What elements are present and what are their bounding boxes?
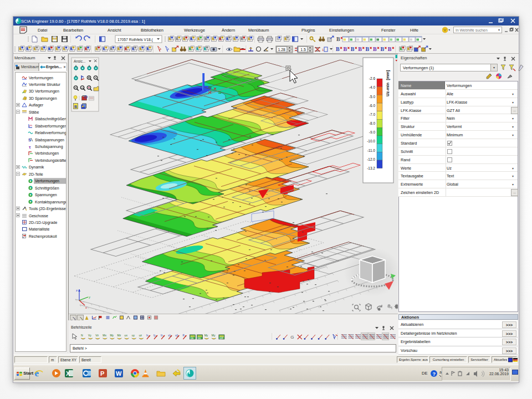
svg-text:My: My [212,334,216,337]
svg-text:Stabverformungen: Stabverformungen [35,124,66,129]
svg-text:y: y [89,295,90,299]
svg-text:-4.0: -4.0 [369,85,376,89]
svg-text:My: My [110,334,114,337]
svg-text:X: X [66,370,70,377]
svg-text:fy: fy [154,334,156,337]
svg-text:1: 1 [322,48,324,52]
svg-text:uy: uy [132,334,135,337]
svg-text:Spannungen: Spannungen [35,193,57,197]
svg-text:-8.0: -8.0 [369,121,376,125]
svg-text:Auflager: Auflager [29,103,44,108]
svg-text:1.5: 1.5 [300,48,306,52]
svg-text:2D-/1D-Upgrade: 2D-/1D-Upgrade [29,221,57,225]
svg-text:-11.0: -11.0 [367,149,376,152]
svg-text:-13.2: -13.2 [367,166,375,170]
svg-text:Gk: Gk [198,337,202,340]
svg-text:B: B [373,46,377,52]
svg-text:B: B [74,105,77,109]
svg-text:G: G [290,335,294,340]
svg-text:Verformte Struktur: Verformte Struktur [29,83,60,86]
svg-text:1.28: 1.28 [278,48,285,52]
svg-text:Gk: Gk [191,337,195,340]
svg-text:B: B [336,46,340,52]
svg-text:Verformungen: Verformungen [29,76,53,80]
svg-text:B: B [336,36,340,42]
svg-text:Kontaktspannungen: Kontaktspannungen [35,200,66,204]
svg-text:Stabschnittgrößen: Stabschnittgrößen [35,117,66,121]
svg-text:Verformungen: Verformungen [35,179,59,183]
svg-text:3D Spannungen: 3D Spannungen [29,96,57,101]
svg-text:B: B [351,46,355,52]
svg-text:-6.0: -6.0 [369,104,376,108]
svg-text:B: B [388,46,392,52]
svg-text:2D-Teile: 2D-Teile [29,172,43,176]
svg-text:?: ? [433,371,436,377]
svg-text:Schnittgrößen: Schnittgrößen [35,186,59,191]
svg-text:3D Verformungen: 3D Verformungen [29,89,59,94]
svg-text:s2: s2 [175,334,178,337]
svg-text:Rechenprotokoll: Rechenprotokoll [29,234,57,239]
svg-text:GlF: GlF [219,337,224,340]
svg-text:17057 Rothfels V18.(: 17057 Rothfels V18.( [117,38,154,42]
svg-text:Geschosse: Geschosse [29,214,48,218]
svg-text:W: W [116,370,122,377]
svg-text:-5.0: -5.0 [369,95,376,99]
svg-text:-9.0: -9.0 [369,130,376,134]
svg-text:Dynamik: Dynamik [29,165,44,170]
svg-text:Tools (2D-Ergebnisse): Tools (2D-Ergebnisse) [29,207,66,211]
svg-text:s1: s1 [168,334,171,337]
svg-text:Vy: Vy [88,334,91,337]
svg-text:τ: τ [29,145,31,150]
svg-text:Vz: Vz [95,334,99,337]
svg-text:B: B [343,46,347,52]
svg-text:z: z [76,289,78,292]
svg-text:My: My [204,334,208,337]
svg-text:Mx: Mx [103,334,106,337]
svg-text:B: B [358,46,362,52]
svg-text:Schubspannung: Schubspannung [35,145,63,149]
svg-text:B: B [380,46,384,52]
svg-text:Stabspannungen: Stabspannungen [35,138,64,142]
svg-text:Mz: Mz [117,334,121,337]
svg-text:R: R [182,334,185,337]
svg-text:x: x [85,306,87,309]
svg-text:fx: fx [146,334,149,337]
svg-text:Materialliste: Materialliste [29,227,49,231]
svg-text:-7.0: -7.0 [369,112,376,116]
svg-text:fz: fz [161,334,163,337]
svg-text:Ansic...: Ansic... [74,59,86,63]
svg-text:-10.0: -10.0 [367,139,375,143]
svg-text:Verbindungen: Verbindungen [35,151,59,156]
svg-text:N: N [81,334,83,337]
svg-text:Uz-min [mm]: Uz-min [mm] [385,70,390,96]
svg-text:Verbindungskräfte: Verbindungskräfte [35,158,66,163]
svg-text:Stäbe: Stäbe [29,110,39,114]
svg-text:-2.6: -2.6 [369,76,376,80]
svg-text:Relativverformung: Relativverformung [35,131,66,135]
svg-text:uz: uz [139,334,142,337]
svg-text:ux: ux [125,334,128,337]
svg-text:-12.0: -12.0 [367,157,375,161]
svg-text:B: B [366,46,370,52]
svg-text:P: P [100,370,104,377]
